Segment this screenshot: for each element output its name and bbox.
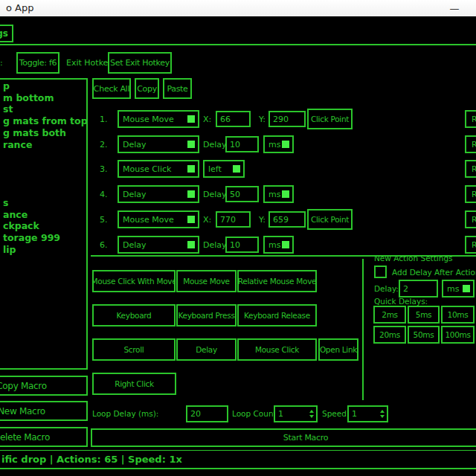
click-point-button[interactable]: Click Point bbox=[307, 209, 353, 230]
delay-label: Delay bbox=[203, 240, 227, 250]
x-input[interactable] bbox=[216, 211, 251, 228]
action-row: 2. Delay Delay ms R bbox=[0, 135, 476, 155]
new-action-settings-title: New Action Settings bbox=[374, 254, 453, 263]
dropdown-indicator-icon bbox=[187, 241, 195, 248]
y-label: Y: bbox=[259, 115, 266, 124]
panel-divider bbox=[362, 259, 364, 400]
add-open-link-button[interactable]: Open Link bbox=[318, 338, 358, 361]
macro-app-window: o App — gs : Toggle: f6 Exit Hotkey: Set… bbox=[0, 0, 476, 476]
loop-delay-label: Loop Delay (ms): bbox=[92, 409, 158, 418]
add-scroll-button[interactable]: Scroll bbox=[92, 338, 176, 361]
speed-stepper[interactable]: 1 bbox=[347, 405, 388, 422]
loop-count-stepper[interactable]: 1 bbox=[274, 405, 318, 422]
macro-list-item[interactable]: p bbox=[3, 80, 10, 92]
action-type-dropdown[interactable]: Mouse Move bbox=[118, 110, 199, 128]
add-right-click-button[interactable]: Right Click bbox=[92, 373, 176, 395]
dropdown-indicator-icon bbox=[282, 141, 289, 148]
quick-delays-label: Quick Delays: bbox=[374, 297, 428, 306]
quick-delay-100ms-button[interactable]: 100ms bbox=[441, 326, 475, 344]
unit-dropdown[interactable]: ms bbox=[263, 236, 294, 254]
hotkey-label-fragment: : bbox=[0, 58, 3, 68]
check-all-button[interactable]: Check All bbox=[92, 78, 131, 99]
stepper-arrows-icon[interactable] bbox=[380, 410, 385, 418]
dropdown-indicator-icon bbox=[187, 216, 195, 223]
minimize-button[interactable]: — bbox=[442, 0, 467, 16]
y-input[interactable] bbox=[268, 211, 306, 228]
delay-input[interactable] bbox=[225, 237, 259, 253]
remove-action-button[interactable]: R bbox=[465, 210, 476, 228]
macro-list-item[interactable]: m bottom bbox=[3, 92, 54, 104]
new-macro-button[interactable]: New Macro bbox=[0, 401, 88, 421]
toggle-hotkey-button[interactable]: Toggle: f6 bbox=[16, 52, 60, 74]
action-type-dropdown[interactable]: Mouse Click bbox=[118, 160, 199, 178]
unit-value: ms bbox=[268, 240, 280, 250]
row-number: 2. bbox=[100, 140, 108, 149]
add-delay-after-action-label: Add Delay After Action bbox=[392, 268, 476, 277]
unit-dropdown[interactable]: ms bbox=[263, 185, 294, 203]
add-keyboard-release-button[interactable]: Keyboard Release bbox=[237, 304, 317, 327]
add-keyboard-press-button[interactable]: Keyboard Press bbox=[176, 304, 237, 327]
dropdown-indicator-icon bbox=[187, 165, 195, 173]
stepper-arrows-icon[interactable] bbox=[309, 410, 314, 418]
remove-action-button[interactable]: R bbox=[465, 160, 476, 178]
row-number: 3. bbox=[100, 164, 108, 174]
action-row: 5. Mouse Move X: Y: Click Point R bbox=[0, 210, 476, 230]
copy-button[interactable]: Copy bbox=[135, 78, 159, 99]
quick-delay-2ms-button[interactable]: 2ms bbox=[373, 306, 406, 324]
dropdown-indicator-icon bbox=[187, 141, 195, 148]
remove-action-button[interactable]: R bbox=[465, 236, 476, 254]
dropdown-indicator-icon bbox=[463, 285, 470, 292]
y-input[interactable] bbox=[268, 111, 306, 127]
delay-input[interactable] bbox=[225, 136, 259, 152]
dropdown-indicator-icon bbox=[187, 190, 195, 198]
unit-dropdown[interactable]: ms bbox=[263, 135, 294, 153]
add-mouse-click-with-move-button[interactable]: Mouse Click With Move bbox=[92, 270, 176, 292]
copy-macro-button[interactable]: Copy Macro bbox=[0, 376, 88, 396]
loop-count-value: 1 bbox=[275, 409, 309, 419]
dropdown-indicator-icon bbox=[187, 115, 195, 123]
row-number: 5. bbox=[100, 215, 108, 225]
quick-delay-50ms-button[interactable]: 50ms bbox=[408, 326, 440, 344]
delete-macro-button[interactable]: Delete Macro bbox=[0, 427, 88, 447]
new-action-delay-input[interactable] bbox=[399, 280, 438, 298]
add-mouse-click-button[interactable]: Mouse Click bbox=[237, 338, 317, 361]
unit-value: ms bbox=[268, 140, 280, 149]
status-bar-text: ific drop | Actions: 65 | Speed: 1x bbox=[1, 454, 182, 465]
action-type-dropdown[interactable]: Delay bbox=[118, 185, 199, 203]
dropdown-indicator-icon bbox=[282, 241, 289, 248]
quick-delay-20ms-button[interactable]: 20ms bbox=[373, 326, 406, 344]
mouse-button-dropdown[interactable]: left bbox=[203, 160, 245, 178]
start-macro-button[interactable]: Start Macro bbox=[91, 428, 476, 447]
action-row: 1. Mouse Move X: Y: Click Point R bbox=[0, 110, 476, 129]
dropdown-indicator-icon bbox=[282, 190, 289, 198]
loop-count-label: Loop Count: bbox=[232, 409, 279, 418]
action-type-dropdown[interactable]: Delay bbox=[118, 135, 199, 153]
add-relative-mouse-move-button[interactable]: Relative Mouse Move bbox=[237, 270, 317, 292]
quick-delay-5ms-button[interactable]: 5ms bbox=[408, 306, 440, 324]
action-type-dropdown[interactable]: Delay bbox=[118, 236, 199, 254]
remove-action-button[interactable]: R bbox=[465, 185, 476, 203]
click-point-button[interactable]: Click Point bbox=[307, 109, 353, 129]
action-row: 4. Delay Delay ms R bbox=[0, 185, 476, 205]
tab-label: gs bbox=[0, 28, 8, 39]
x-input[interactable] bbox=[216, 111, 251, 127]
status-bar-top-border bbox=[0, 450, 476, 451]
row-number: 4. bbox=[100, 190, 108, 199]
mouse-button-value: left bbox=[208, 164, 222, 174]
new-action-unit-dropdown[interactable]: ms bbox=[442, 280, 475, 298]
action-type-dropdown[interactable]: Mouse Move bbox=[118, 210, 199, 228]
remove-action-button[interactable]: R bbox=[465, 110, 476, 128]
tab-settings[interactable]: gs bbox=[0, 25, 13, 42]
add-delay-button[interactable]: Delay bbox=[176, 338, 237, 361]
speed-label: Speed: bbox=[322, 409, 349, 418]
loop-delay-input[interactable] bbox=[186, 405, 228, 422]
action-row: 3. Mouse Click left R bbox=[0, 160, 476, 179]
add-keyboard-button[interactable]: Keyboard bbox=[92, 304, 176, 327]
delay-input[interactable] bbox=[225, 186, 259, 202]
remove-action-button[interactable]: R bbox=[465, 135, 476, 153]
add-mouse-move-button[interactable]: Mouse Move bbox=[176, 270, 237, 292]
paste-button[interactable]: Paste bbox=[163, 78, 192, 99]
set-exit-hotkey-button[interactable]: Set Exit Hotkey bbox=[108, 52, 172, 74]
quick-delay-10ms-button[interactable]: 10ms bbox=[441, 306, 475, 324]
add-delay-after-action-checkbox[interactable] bbox=[374, 266, 387, 278]
